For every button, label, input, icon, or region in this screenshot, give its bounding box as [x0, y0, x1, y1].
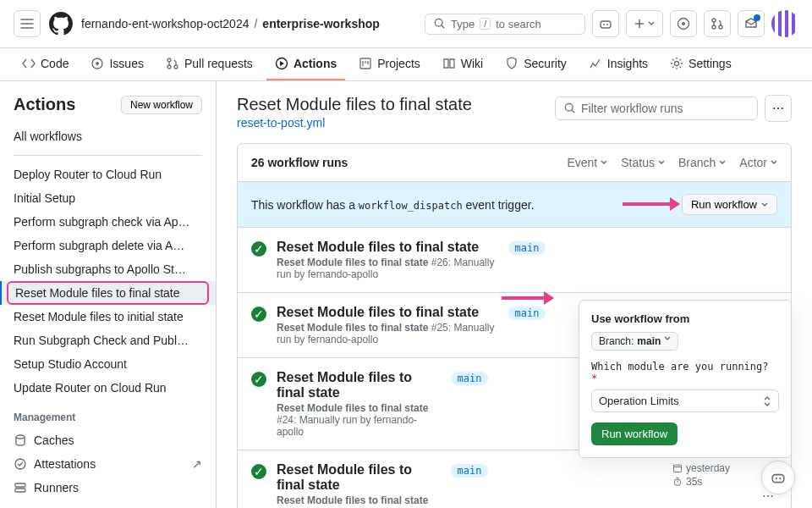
runs-count: 26 workflow runs [251, 156, 348, 169]
svg-point-11 [167, 58, 171, 62]
filter-actor[interactable]: Actor [739, 156, 777, 169]
workflow-run-row[interactable]: ✓ Reset Module files to final state Rese… [238, 228, 791, 293]
tab-code[interactable]: Code [14, 48, 77, 80]
search-suffix: to search [496, 18, 540, 30]
sidebar-item-initial-setup[interactable]: Initial Setup [0, 186, 216, 210]
tab-projects[interactable]: Projects [350, 48, 429, 80]
sidebar-caches[interactable]: Caches [0, 428, 216, 452]
sidebar-runners[interactable]: Runners [0, 476, 216, 500]
run-title[interactable]: Reset Module files to final state [277, 462, 441, 493]
tab-wiki[interactable]: Wiki [434, 48, 491, 80]
workflow-title: Reset Module files to final state [237, 95, 472, 114]
filter-runs-input[interactable]: Filter workflow runs [555, 97, 758, 120]
svg-point-27 [776, 478, 777, 479]
sidebar-mgmt-label: Management [0, 400, 216, 428]
sidebar-item-run-subgraph-check[interactable]: Run Subgraph Check and Publish [0, 329, 216, 352]
svg-rect-20 [15, 489, 25, 492]
branch-tag[interactable]: main [451, 464, 489, 478]
tab-security[interactable]: Security [497, 48, 575, 80]
new-workflow-button[interactable]: New workflow [121, 96, 202, 114]
run-title[interactable]: Reset Module files to final state [277, 305, 498, 320]
sidebar-item-reset-final[interactable]: Reset Module files to final state [0, 281, 216, 305]
annotation-arrow [623, 202, 678, 206]
svg-point-21 [565, 103, 573, 111]
notifications-button[interactable] [738, 10, 765, 37]
run-subtitle: Reset Module files to final state #23: M… [277, 494, 441, 508]
module-select[interactable]: Operation Limits [591, 389, 779, 412]
annotation-arrow [502, 296, 552, 300]
filter-branch[interactable]: Branch [678, 156, 726, 169]
workflow-kebab-button[interactable]: ⋯ [765, 95, 792, 122]
sidebar-item-subgraph-check[interactable]: Perform subgraph check via Apollo … [0, 210, 216, 234]
tab-insights[interactable]: Insights [580, 48, 656, 80]
tab-issues[interactable]: Issues [82, 48, 151, 80]
filter-event[interactable]: Event [567, 156, 607, 169]
popover-use-from-label: Use workflow from [591, 312, 779, 325]
breadcrumb-repo[interactable]: enterprise-workshop [262, 17, 379, 30]
stopwatch-icon [672, 477, 683, 487]
breadcrumb-owner[interactable]: fernando-ent-workshop-oct2024 [81, 17, 249, 30]
server-icon [14, 481, 27, 494]
status-icon: ✓ [251, 241, 266, 257]
sidebar-item-update-router[interactable]: Update Router on Cloud Run [0, 376, 216, 400]
copilot-button[interactable] [592, 10, 619, 37]
search-icon [434, 18, 446, 30]
calendar-icon [672, 463, 683, 473]
run-subtitle: Reset Module files to final state #26: M… [277, 257, 498, 280]
chevron-down-icon [761, 202, 768, 208]
search-icon [564, 102, 576, 114]
branch-tag[interactable]: main [508, 241, 546, 255]
breadcrumb-sep: / [254, 17, 257, 30]
svg-point-5 [682, 22, 685, 25]
module-label: Which module are you running? * [591, 361, 779, 384]
run-subtitle: Reset Module files to final state #25: M… [277, 322, 498, 345]
avatar[interactable] [771, 10, 798, 37]
run-workflow-dropdown-button[interactable]: Run workflow [682, 194, 777, 215]
search-kbd: / [480, 18, 491, 30]
run-subtitle: Reset Module files to final state #24: M… [277, 402, 441, 438]
run-title[interactable]: Reset Module files to final state [277, 240, 498, 255]
sidebar-item-reset-initial[interactable]: Reset Module files to initial state [0, 305, 216, 329]
run-workflow-submit-button[interactable]: Run workflow [591, 422, 678, 445]
sidebar-all-workflows[interactable]: All workflows [0, 124, 216, 148]
svg-point-0 [435, 19, 442, 26]
svg-rect-24 [674, 465, 682, 472]
branch-tag[interactable]: main [451, 372, 489, 385]
sidebar-item-publish-subgraphs[interactable]: Publish subgraphs to Apollo Studio [0, 257, 216, 281]
github-logo[interactable] [47, 10, 74, 37]
copilot-fab[interactable] [761, 461, 795, 494]
issues-button[interactable] [670, 10, 697, 37]
sidebar-attestations[interactable]: Attestations↗ [0, 452, 216, 476]
tab-settings[interactable]: Settings [661, 48, 740, 80]
workflow-run-row[interactable]: ✓ Reset Module files to final state Rese… [238, 450, 791, 508]
svg-point-7 [712, 25, 716, 29]
sidebar-title: Actions [14, 95, 75, 114]
svg-point-16 [675, 62, 679, 66]
tab-pull-requests[interactable]: Pull requests [157, 48, 261, 80]
sidebar-item-deploy-router[interactable]: Deploy Router to Cloud Run [0, 163, 216, 186]
external-link-icon: ↗ [192, 457, 202, 471]
status-icon: ✓ [251, 306, 266, 322]
pull-requests-button[interactable] [704, 10, 731, 37]
run-title[interactable]: Reset Module files to final state [277, 370, 441, 400]
tab-actions[interactable]: Actions [266, 48, 345, 80]
hamburger-menu[interactable] [14, 10, 41, 37]
branch-select[interactable]: Branch: main [591, 332, 678, 351]
branch-tag[interactable]: main [508, 306, 546, 320]
create-new-button[interactable] [626, 10, 663, 37]
chevron-down-icon [664, 335, 671, 342]
svg-point-28 [779, 478, 781, 479]
status-icon: ✓ [251, 464, 266, 479]
status-icon: ✓ [251, 372, 266, 387]
search-input[interactable]: Type / to search [425, 14, 585, 35]
workflow-file-link[interactable]: reset-to-post.yml [237, 116, 325, 130]
sidebar-item-subgraph-delete[interactable]: Perform subgraph delete via Apollo… [0, 234, 216, 257]
svg-point-3 [606, 24, 608, 25]
sidebar-item-setup-studio[interactable]: Setup Studio Account [0, 352, 216, 376]
dispatch-banner-text: This workflow has a workflow_dispatch ev… [251, 198, 534, 212]
filter-status[interactable]: Status [621, 156, 665, 169]
select-arrows-icon [763, 395, 771, 407]
svg-point-13 [174, 65, 178, 69]
svg-point-8 [719, 25, 722, 29]
svg-point-6 [712, 19, 716, 22]
